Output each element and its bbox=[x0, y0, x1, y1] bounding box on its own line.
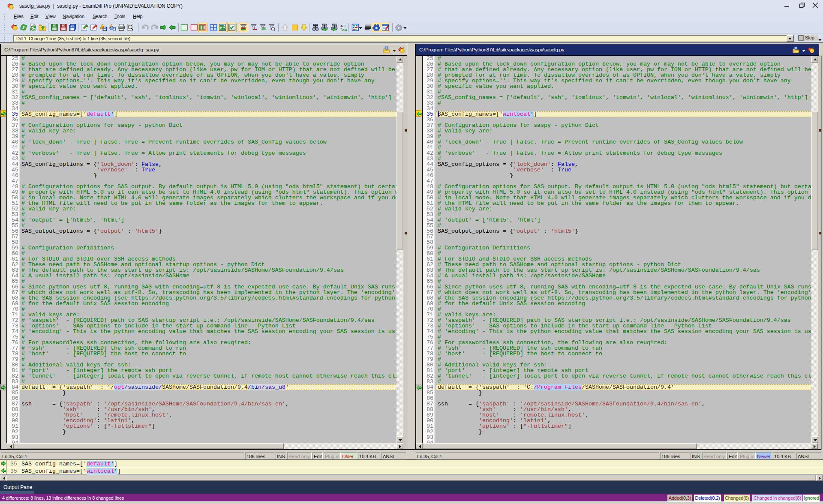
svg-text:AB: AB bbox=[342, 28, 347, 32]
